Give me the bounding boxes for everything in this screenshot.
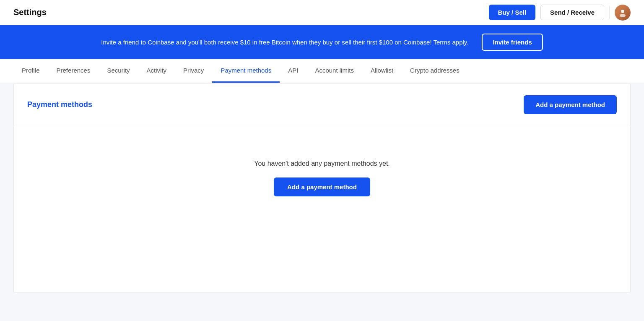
page-title: Settings bbox=[13, 8, 47, 17]
tab-privacy[interactable]: Privacy bbox=[175, 59, 212, 83]
header-left: Settings bbox=[13, 8, 47, 17]
tab-preferences[interactable]: Preferences bbox=[48, 59, 99, 83]
invite-friends-button[interactable]: Invite friends bbox=[482, 34, 543, 51]
nav-tabs: Profile Preferences Security Activity Pr… bbox=[0, 59, 644, 83]
card-body: You haven't added any payment methods ye… bbox=[14, 126, 630, 230]
tab-security[interactable]: Security bbox=[99, 59, 138, 83]
promo-banner: Invite a friend to Coinbase and you'll b… bbox=[0, 25, 644, 59]
avatar[interactable] bbox=[615, 5, 631, 21]
tab-allowlist[interactable]: Allowlist bbox=[362, 59, 402, 83]
header: Settings Buy / Sell Send / Receive bbox=[0, 0, 644, 25]
header-right: Buy / Sell Send / Receive bbox=[489, 5, 631, 21]
content-card: Payment methods Add a payment method You… bbox=[13, 83, 631, 293]
empty-message: You haven't added any payment methods ye… bbox=[254, 160, 390, 167]
header-divider bbox=[609, 6, 610, 19]
svg-point-1 bbox=[620, 14, 626, 17]
tab-crypto-addresses[interactable]: Crypto addresses bbox=[402, 59, 468, 83]
tab-api[interactable]: API bbox=[280, 59, 306, 83]
svg-point-0 bbox=[621, 10, 624, 13]
tab-payment-methods[interactable]: Payment methods bbox=[212, 59, 280, 83]
tab-activity[interactable]: Activity bbox=[138, 59, 175, 83]
add-payment-method-button-top[interactable]: Add a payment method bbox=[524, 95, 617, 114]
send-receive-button[interactable]: Send / Receive bbox=[540, 5, 604, 20]
tab-profile[interactable]: Profile bbox=[13, 59, 48, 83]
add-payment-method-button-center[interactable]: Add a payment method bbox=[274, 177, 370, 196]
buy-sell-button[interactable]: Buy / Sell bbox=[489, 5, 536, 20]
main-content: Payment methods Add a payment method You… bbox=[0, 83, 644, 306]
section-title: Payment methods bbox=[27, 100, 92, 109]
card-header: Payment methods Add a payment method bbox=[14, 84, 630, 126]
promo-text: Invite a friend to Coinbase and you'll b… bbox=[101, 38, 468, 47]
nav-tabs-container: Profile Preferences Security Activity Pr… bbox=[0, 59, 644, 83]
tab-account-limits[interactable]: Account limits bbox=[306, 59, 362, 83]
